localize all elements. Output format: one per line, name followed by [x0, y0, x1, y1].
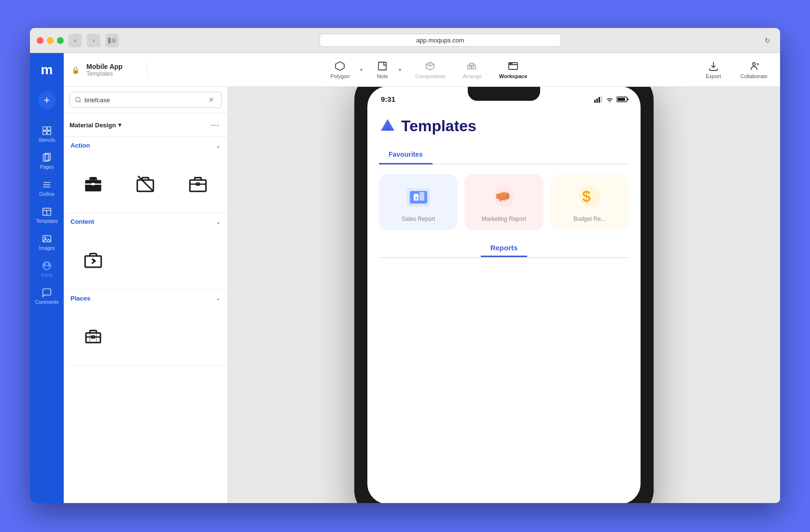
phone-tab-favourites[interactable]: Favourites [379, 147, 433, 164]
card-budget[interactable]: $ Budget Re... [550, 174, 629, 230]
clear-search-button[interactable]: ✕ [207, 95, 216, 105]
svg-rect-9 [45, 153, 50, 161]
svg-rect-56 [419, 192, 424, 201]
section-action-header[interactable]: Action ⌄ [64, 137, 227, 154]
sidebar-label-comments: Comments [35, 300, 58, 305]
icon-empty-2[interactable] [120, 234, 171, 285]
section-places-title: Places [70, 295, 90, 302]
maximize-button[interactable] [57, 37, 64, 44]
minimize-button[interactable] [47, 37, 54, 44]
places-chevron: ⌄ [216, 295, 221, 301]
note-dropdown[interactable]: ▾ [395, 64, 405, 76]
svg-rect-44 [594, 100, 596, 103]
card-marketing[interactable]: Marketing Report [464, 174, 543, 230]
tool-components[interactable]: Components [408, 57, 452, 82]
address-bar[interactable]: app.moqups.com [320, 34, 561, 47]
card-sales-label: Sales Report [402, 216, 435, 222]
sidebar-item-comments[interactable]: Comments [31, 284, 62, 309]
svg-rect-19 [378, 62, 386, 70]
browser-titlebar: ‹ › app.moqups.com ↻ [30, 28, 780, 53]
panel-filter-row: Material Design ▾ ⋯ [64, 113, 227, 137]
content-chevron: ⌄ [216, 218, 221, 225]
card-marketing-label: Marketing Report [482, 216, 526, 222]
tool-note-label: Note [377, 73, 388, 79]
canvas-area[interactable]: 9:31 [228, 87, 780, 503]
section-content-header[interactable]: Content ⌄ [64, 213, 227, 230]
svg-rect-47 [601, 96, 602, 103]
sales-icon: $ [404, 182, 433, 211]
svg-rect-60 [496, 194, 498, 199]
more-options-button[interactable]: ⋯ [208, 118, 222, 132]
search-icon [75, 96, 82, 103]
card-budget-label: Budget Re... [573, 216, 606, 222]
add-button[interactable]: + [38, 92, 56, 109]
icon-empty-4[interactable] [120, 311, 171, 362]
filter-dropdown[interactable]: Material Design ▾ [70, 122, 121, 129]
close-button[interactable] [37, 37, 43, 44]
svg-rect-49 [628, 98, 629, 100]
sidebar-item-templates[interactable]: Templates [31, 203, 62, 228]
places-icon-grid [64, 307, 227, 366]
polygon-dropdown[interactable]: ▾ [356, 64, 366, 76]
sidebar-item-stencils[interactable]: Stencils [31, 122, 62, 147]
traffic-lights [37, 37, 64, 44]
tool-note[interactable]: Note [370, 57, 395, 82]
toolbar-collaborate[interactable]: Collaborate [736, 57, 772, 82]
phone-screen: 9:31 [367, 87, 641, 503]
icon-briefcase-forward[interactable] [68, 234, 119, 285]
forward-button[interactable]: › [87, 34, 100, 47]
phone-tabs: Favourites [379, 147, 629, 164]
app-logo[interactable]: m [30, 53, 64, 87]
phone-header: Templates [379, 117, 629, 135]
toolbar-export[interactable]: Export [701, 57, 726, 82]
sidebar-item-icons[interactable]: Icons [31, 257, 62, 282]
icon-empty-5[interactable] [172, 311, 223, 362]
icon-empty-3[interactable] [172, 234, 223, 285]
toolbar-tools: Polygon ▾ Note ▾ [157, 57, 701, 82]
section-content: Content ⌄ [64, 213, 227, 289]
icon-business-center[interactable] [68, 311, 119, 362]
sidebar-toggle-button[interactable] [105, 34, 119, 47]
panel-canvas: briefcase ✕ Material Design ▾ ⋯ [64, 87, 780, 503]
section-content-title: Content [70, 218, 94, 225]
sidebar-item-outline[interactable]: Outline [31, 176, 62, 201]
sidebar-item-pages[interactable]: Pages [31, 149, 62, 174]
wifi-icon [605, 96, 614, 103]
marketing-icon [489, 182, 518, 211]
tool-note-group: Note ▾ [370, 57, 405, 82]
svg-rect-7 [47, 131, 51, 135]
reports-tab-item[interactable]: Reports [481, 240, 528, 257]
svg-rect-29 [91, 177, 96, 180]
svg-text:$: $ [582, 188, 591, 205]
svg-rect-50 [617, 98, 625, 101]
back-button[interactable]: ‹ [69, 34, 82, 47]
search-input[interactable]: briefcase [84, 96, 204, 104]
section-places-header[interactable]: Places ⌄ [64, 290, 227, 307]
tool-components-label: Components [415, 73, 445, 79]
section-places: Places ⌄ [64, 290, 227, 366]
svg-point-25 [511, 63, 512, 64]
tool-arrange[interactable]: Arrange [456, 57, 489, 82]
tool-polygon[interactable]: Polygon [324, 57, 357, 82]
action-icon-grid [64, 154, 227, 213]
breadcrumb: Mobile App Templates [82, 63, 123, 77]
svg-point-61 [499, 199, 502, 202]
tool-workspace[interactable]: Workspace [492, 57, 534, 82]
svg-point-24 [510, 63, 511, 64]
icon-briefcase-outline[interactable] [172, 158, 223, 209]
section-action: Action ⌄ [64, 137, 227, 213]
phone-logo [379, 117, 396, 135]
svg-rect-45 [597, 98, 598, 103]
reload-button[interactable]: ↻ [762, 35, 773, 46]
sidebar-items: Stencils Pages Ou [31, 117, 62, 503]
status-icons [594, 96, 629, 103]
card-sales[interactable]: $ Sales Report [379, 174, 458, 230]
sidebar-item-images[interactable]: Images [31, 230, 62, 255]
browser-window: ‹ › app.moqups.com ↻ m + [30, 28, 780, 503]
icon-briefcase-off[interactable] [120, 158, 171, 209]
panel-sections: Action ⌄ [64, 137, 227, 503]
phone-title: Templates [401, 117, 476, 135]
section-action-title: Action [70, 142, 90, 149]
icon-briefcase-filled[interactable] [68, 158, 119, 209]
toolbar: 🔒 Mobile App Templates Polygon [64, 53, 780, 87]
